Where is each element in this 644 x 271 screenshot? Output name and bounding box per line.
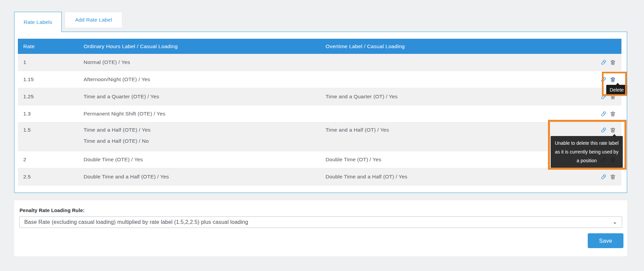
edit-icon[interactable] (600, 94, 607, 100)
unable-delete-tooltip-text: Unable to delete this rate labelas it is… (552, 139, 621, 165)
tab-rate-labels-label: Rate Labels (24, 19, 52, 25)
tab-add-rate-label[interactable]: Add Rate Label (65, 12, 122, 28)
row-actions (559, 59, 621, 66)
row-actions (559, 127, 621, 133)
overtime-label-cell: Time and a Half (OT) / Yes (326, 127, 559, 133)
ordinary-label-cell: Double Time (OTE) / Yes (84, 157, 326, 163)
delete-tooltip: Delete (606, 85, 627, 95)
column-header-overtime: Overtime Label / Casual Loading (326, 43, 559, 49)
delete-icon[interactable] (610, 111, 616, 117)
table-row: 2.5 Double Time and a Half (OTE) / Yes D… (18, 168, 621, 185)
penalty-rate-selected-option: Base Rate (excluding casual loading) mul… (24, 219, 248, 225)
table-row: 1.3 Permanent Night Shift (OTE) / Yes (18, 105, 621, 123)
ordinary-label-cell: Time and a Quarter (OTE) / Yes (84, 94, 326, 100)
rate-labels-table: Rate Ordinary Hours Label / Casual Loadi… (18, 39, 621, 185)
ordinary-label-cell: Afternoon/Night (OTE) / Yes (84, 76, 326, 82)
edit-icon[interactable] (600, 111, 607, 117)
tab-rate-labels[interactable]: Rate Labels (14, 12, 62, 32)
rate-cell: 1.5 (18, 127, 84, 133)
column-header-rate: Rate (18, 43, 84, 49)
chevron-down-icon: ⌄ (613, 220, 617, 225)
table-body: 1 Normal (OTE) / Yes 1.15 Afternoon/Nigh (18, 54, 621, 185)
delete-tooltip-text: Delete (610, 87, 624, 93)
rate-cell: 2.5 (18, 174, 84, 180)
row-actions (559, 76, 621, 83)
ordinary-label-cell: Permanent Night Shift (OTE) / Yes (84, 111, 326, 117)
ordinary-label-cell: Double Time and a Half (OTE) / Yes (84, 174, 326, 180)
ordinary-label-cell: Normal (OTE) / Yes (84, 59, 326, 65)
rate-labels-page: Rate Labels Add Rate Label Rate Ordinary… (0, 0, 644, 271)
overtime-label-cell: Double Time (OT) / Yes (326, 157, 559, 163)
delete-icon[interactable] (610, 174, 616, 180)
column-header-ordinary: Ordinary Hours Label / Casual Loading (84, 43, 326, 49)
penalty-rate-select[interactable]: Base Rate (excluding casual loading) mul… (19, 216, 622, 228)
row-actions (559, 174, 621, 180)
edit-icon[interactable] (600, 127, 607, 133)
save-button-label: Save (599, 238, 612, 244)
unable-delete-tooltip: Unable to delete this rate labelas it is… (551, 136, 623, 168)
row-actions (559, 111, 621, 117)
rate-cell: 1 (18, 59, 84, 65)
rate-cell: 1.3 (18, 111, 84, 117)
edit-icon[interactable] (600, 59, 607, 66)
edit-icon[interactable] (600, 174, 607, 180)
delete-icon[interactable] (610, 59, 616, 66)
table-row: 1 Normal (OTE) / Yes (18, 54, 621, 71)
penalty-rate-card: Penalty Rate Loading Rule: Base Rate (ex… (14, 200, 627, 256)
table-row: 1.15 Afternoon/Night (OTE) / Yes (18, 71, 621, 88)
table-row: 1.5 Time and a Half (OTE) / YesTime and … (18, 123, 621, 151)
rate-labels-panel: Rate Ordinary Hours Label / Casual Loadi… (14, 32, 627, 193)
rate-cell: 1.25 (18, 94, 84, 100)
edit-icon[interactable] (600, 76, 607, 83)
overtime-label-cell: Time and a Quarter (OT) / Yes (326, 94, 559, 100)
ordinary-label-cell: Time and a Half (OTE) / YesTime and a Ha… (84, 127, 326, 149)
tab-add-rate-label-label: Add Rate Label (75, 17, 112, 23)
save-button[interactable]: Save (588, 233, 623, 248)
tooltip-caret (612, 134, 616, 136)
penalty-rate-label: Penalty Rate Loading Rule: (20, 208, 85, 213)
overtime-label-cell: Double Time and a Half (OT) / Yes (326, 174, 559, 180)
rate-cell: 1.15 (18, 76, 84, 82)
table-header-row: Rate Ordinary Hours Label / Casual Loadi… (18, 39, 621, 54)
tooltip-caret (616, 83, 620, 85)
delete-icon[interactable] (610, 76, 616, 83)
delete-icon[interactable] (610, 127, 616, 133)
rate-cell: 2 (18, 157, 84, 163)
table-row: 2 Double Time (OTE) / Yes Double Time (O… (18, 151, 621, 168)
table-row: 1.25 Time and a Quarter (OTE) / Yes Time… (18, 88, 621, 105)
